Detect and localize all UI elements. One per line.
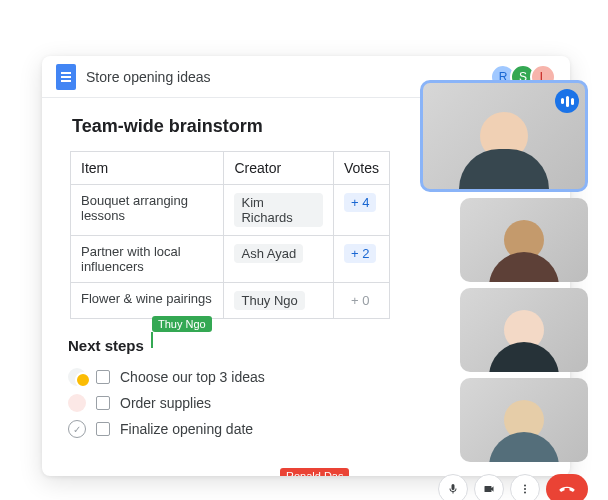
video-tile[interactable] xyxy=(460,378,588,462)
mic-icon xyxy=(447,483,459,495)
speaking-indicator-icon xyxy=(555,89,579,113)
task-checkbox[interactable] xyxy=(96,370,110,384)
svg-point-1 xyxy=(524,488,526,490)
collaborator-cursor-label: Ronald Das xyxy=(280,468,349,476)
video-tile[interactable] xyxy=(460,198,588,282)
task-checkbox[interactable] xyxy=(96,396,110,410)
mic-toggle-button[interactable] xyxy=(438,474,468,500)
collaborator-cursor xyxy=(151,332,153,348)
meet-controls xyxy=(420,474,588,500)
vote-chip[interactable]: + 0 xyxy=(344,291,376,310)
assignee-avatar-icon[interactable] xyxy=(68,368,86,386)
cell-votes: + 2 xyxy=(333,236,389,283)
cell-votes: + 0 xyxy=(333,283,389,319)
more-options-button[interactable] xyxy=(510,474,540,500)
creator-chip[interactable]: Kim Richards xyxy=(234,193,322,227)
table-row[interactable]: Bouquet arranging lessons Kim Richards +… xyxy=(71,185,390,236)
phone-hangup-icon xyxy=(558,480,576,498)
task-checkbox[interactable] xyxy=(96,422,110,436)
svg-point-0 xyxy=(524,485,526,487)
task-label: Choose our top 3 ideas xyxy=(120,369,265,385)
video-tile-active-speaker[interactable] xyxy=(420,80,588,192)
vote-chip[interactable]: + 4 xyxy=(344,193,376,212)
cell-item: Bouquet arranging lessons xyxy=(71,185,224,236)
document-title[interactable]: Store opening ideas xyxy=(86,69,211,85)
task-complete-icon[interactable] xyxy=(68,420,86,438)
google-docs-icon[interactable] xyxy=(56,64,76,90)
cell-item: Flower & wine pairings xyxy=(71,283,224,319)
collaborator-cursor-label: Thuy Ngo xyxy=(152,316,212,332)
vote-chip[interactable]: + 2 xyxy=(344,244,376,263)
table-header-row: Item Creator Votes xyxy=(71,152,390,185)
cell-votes: + 4 xyxy=(333,185,389,236)
col-creator: Creator xyxy=(224,152,333,185)
cell-creator: Ash Ayad xyxy=(224,236,333,283)
cell-item: Partner with local influencers xyxy=(71,236,224,283)
camera-icon xyxy=(483,483,495,495)
svg-point-2 xyxy=(524,492,526,494)
camera-toggle-button[interactable] xyxy=(474,474,504,500)
cell-creator: Thuy Ngo xyxy=(224,283,333,319)
task-label: Order supplies xyxy=(120,395,211,411)
video-call-panel xyxy=(420,80,588,500)
task-label: Finalize opening date xyxy=(120,421,253,437)
assignee-avatar-icon[interactable] xyxy=(68,394,86,412)
col-votes: Votes xyxy=(333,152,389,185)
hangup-button[interactable] xyxy=(546,474,588,500)
ideas-table: Item Creator Votes Bouquet arranging les… xyxy=(70,151,390,319)
col-item: Item xyxy=(71,152,224,185)
table-row[interactable]: Partner with local influencers Ash Ayad … xyxy=(71,236,390,283)
creator-chip[interactable]: Ash Ayad xyxy=(234,244,303,263)
creator-chip[interactable]: Thuy Ngo xyxy=(234,291,304,310)
more-vertical-icon xyxy=(519,483,531,495)
cell-creator: Kim Richards xyxy=(224,185,333,236)
video-tile[interactable] xyxy=(460,288,588,372)
table-row[interactable]: Flower & wine pairings Thuy Ngo + 0 xyxy=(71,283,390,319)
